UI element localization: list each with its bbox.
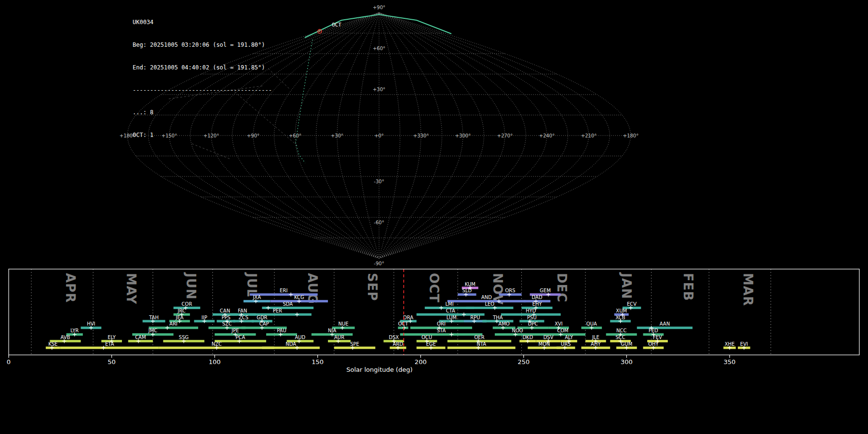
- x-tick-label: 150: [312, 358, 324, 366]
- shower-radiant-track: [305, 14, 451, 38]
- shower-label-PSU: PSU: [527, 315, 537, 320]
- shower-label-NTA: NTA: [476, 341, 486, 347]
- x-axis-title: Solar longitude (deg): [346, 366, 412, 373]
- shower-label-AND: AND: [481, 295, 492, 300]
- shower-label-JLE: JLE: [592, 335, 599, 340]
- shower-label-ECV: ECV: [627, 301, 637, 307]
- shower-bar-SPE: [334, 347, 375, 349]
- separator: ----------------------------------------: [133, 87, 272, 95]
- shower-label-AVB: AVB: [61, 335, 70, 340]
- shower-label-ZCS: ZCS: [239, 315, 248, 320]
- shower-label-EGE: EGE: [426, 341, 435, 347]
- shower-label-SSG: SSG: [179, 335, 189, 340]
- month-label-aug: AUG: [305, 273, 320, 304]
- shower-label-NDA: NDA: [285, 341, 296, 347]
- shower-label-HYD: HYD: [526, 308, 536, 313]
- lon-label: +60°: [289, 133, 301, 138]
- shower-label-XUM: XUM: [616, 308, 627, 313]
- shower-label-LUM: LUM: [447, 315, 457, 320]
- lon-label: +300°: [455, 133, 471, 138]
- x-tick-label: 300: [621, 358, 633, 366]
- shower-label-AUD: AUD: [295, 335, 305, 340]
- shower-label-KSE: KSE: [48, 341, 57, 347]
- info-panel: UK0034 Beg: 20251005 03:20:06 (sol = 191…: [133, 4, 272, 147]
- shower-label-DPC: DPC: [528, 321, 538, 326]
- shower-label-ARD: ARD: [393, 341, 404, 347]
- month-label-jun: JUN: [184, 272, 198, 300]
- radiant-label: OCT: [332, 22, 341, 28]
- shower-label-KCG: KCG: [294, 295, 304, 300]
- shower-label-DKD: DKD: [522, 335, 533, 340]
- shower-label-TAH: TAH: [149, 315, 159, 320]
- shower-bar-STA: [400, 333, 483, 336]
- shower-label-ARI: ARI: [169, 321, 177, 326]
- lat-label: +90°: [373, 5, 385, 10]
- shower-label-NUE: NUE: [339, 321, 349, 326]
- lat-label: -60°: [374, 220, 384, 225]
- shower-label-CTA: CTA: [446, 308, 455, 313]
- shower-label-COM: COM: [557, 328, 568, 333]
- shower-label-KUM: KUM: [465, 282, 475, 287]
- shower-label-DSX: DSX: [389, 335, 399, 340]
- shower-bar-NOO: [495, 333, 540, 336]
- shower-label-SCC: SCC: [615, 335, 625, 340]
- shower-label-SDA: SDA: [283, 301, 293, 307]
- shower-label-FAN: FAN: [238, 308, 247, 313]
- shower-label-CAN: CAN: [220, 308, 230, 313]
- shower-label-JMC: JMC: [148, 328, 158, 333]
- meteor-great-circle: [296, 40, 312, 163]
- shower-label-DSV: DSV: [543, 335, 554, 340]
- shower-label-AMO: AMO: [499, 321, 510, 326]
- shower-label-GEM: GEM: [540, 288, 551, 293]
- shower-label-ALY: ALY: [565, 335, 573, 340]
- shower-bar-AAN: [637, 326, 692, 329]
- shower-label-EVI: EVI: [740, 341, 748, 347]
- shower-label-ETA: ETA: [105, 341, 114, 347]
- x-tick-label: 250: [517, 358, 529, 366]
- lon-label: +330°: [413, 133, 429, 138]
- lon-label: +210°: [581, 133, 597, 138]
- shower-label-CAM: CAM: [135, 335, 146, 340]
- end-time: End: 20251005 04:40:02 (sol = 191.85°): [133, 64, 272, 72]
- month-label-may: MAY: [124, 273, 138, 305]
- shower-label-GDR: GDR: [257, 315, 267, 320]
- shower-label-NZC: NZC: [212, 341, 222, 347]
- shower-bar-CAM: [128, 340, 153, 342]
- shower-label-AUR: AUR: [334, 335, 344, 340]
- lon-label: +0°: [374, 133, 384, 138]
- shower-bar-LEO: [466, 307, 513, 309]
- shower-label-LYR: LYR: [70, 328, 79, 333]
- shower-label-CAP: CAP: [259, 321, 269, 326]
- x-tick-label: 0: [7, 358, 11, 366]
- active-shower-count: OCT: 1: [133, 132, 272, 139]
- x-tick-label: 350: [724, 358, 736, 366]
- shower-label-IIP: IIP: [202, 315, 207, 320]
- begin-time: Beg: 20251005 03:20:06 (sol = 191.80°): [133, 41, 272, 49]
- shower-label-MON: MON: [539, 341, 550, 347]
- lat-label: -90°: [374, 261, 384, 266]
- lat-label: +60°: [373, 46, 385, 51]
- shower-label-XVI: XVI: [555, 321, 563, 326]
- shower-label-FED: FED: [649, 328, 658, 333]
- month-label-dec: DEC: [555, 273, 569, 302]
- lon-label: +30°: [331, 133, 343, 138]
- month-label-oct: OCT: [427, 273, 441, 303]
- shower-label-SPE: SPE: [350, 341, 359, 347]
- shower-label-AHY: AHY: [591, 341, 601, 347]
- sporadic-count: ...: 8: [133, 109, 272, 117]
- shower-bar-PER: [244, 313, 312, 316]
- station-id: UK0034: [133, 19, 272, 27]
- x-tick-label: 200: [415, 358, 427, 366]
- shower-label-OCT: OCT: [398, 321, 408, 326]
- shower-label-ELY: ELY: [108, 335, 116, 340]
- month-label-feb: FEB: [681, 273, 695, 301]
- shower-label-DAD: DAD: [532, 295, 542, 300]
- shower-label-LEO: LEO: [485, 301, 494, 307]
- lat-label: +30°: [373, 87, 385, 92]
- shower-label-OER: OER: [474, 335, 484, 340]
- shower-label-PER: PER: [273, 308, 282, 313]
- timeline-svg: APRMAYJUNJULAUGSEPOCTNOVDECJANFEBMARKUME…: [0, 268, 868, 386]
- shower-label-RPU: RPU: [470, 315, 480, 320]
- shower-bar-ETA: [60, 347, 159, 349]
- shower-label-SZC: SZC: [222, 321, 232, 326]
